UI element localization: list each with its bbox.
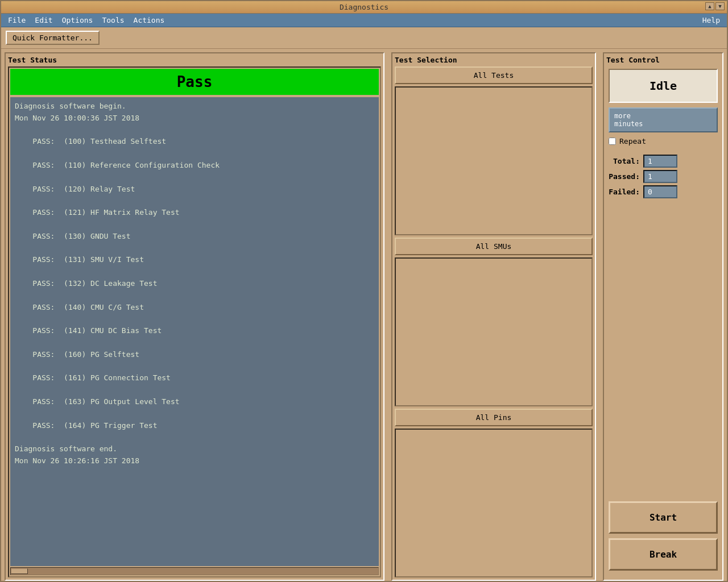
- menu-tools[interactable]: Tools: [97, 15, 129, 26]
- passed-row: Passed: 1: [609, 170, 718, 183]
- all-pins-button[interactable]: All Pins: [395, 409, 593, 426]
- menu-help[interactable]: Help: [698, 15, 725, 26]
- app-title: Diagnostics: [340, 3, 388, 11]
- test-selection-title: Test Selection: [395, 56, 593, 64]
- test-status-panel: Test Status Pass Diagnosis software begi…: [5, 52, 384, 581]
- menu-options[interactable]: Options: [57, 15, 98, 26]
- passed-value: 1: [643, 170, 677, 183]
- idle-status: Idle: [609, 69, 718, 103]
- passed-label: Passed:: [609, 172, 640, 181]
- log-area[interactable]: Diagnosis software begin. Mon Nov 26 10:…: [10, 97, 379, 566]
- pass-banner: Pass: [10, 69, 379, 95]
- scrollbar-thumb[interactable]: [11, 568, 28, 574]
- test-control-title: Test Control: [606, 56, 720, 64]
- test-status-inner: Pass Diagnosis software begin. Mon Nov 2…: [8, 66, 381, 577]
- total-row: Total: 1: [609, 155, 718, 168]
- repeat-checkbox[interactable]: [609, 138, 616, 145]
- menu-actions[interactable]: Actions: [129, 15, 169, 26]
- test-control-inner: Idle moreminutes Repeat Total: 1 Passed:…: [606, 66, 720, 577]
- break-button[interactable]: Break: [609, 538, 718, 571]
- test-selection-inner: All Tests All SMUs All Pins: [395, 66, 593, 577]
- maximize-button[interactable]: ▼: [715, 2, 725, 10]
- all-tests-list[interactable]: [395, 86, 593, 235]
- failed-value: 0: [643, 185, 677, 198]
- menu-file[interactable]: File: [3, 15, 30, 26]
- more-minutes-button[interactable]: moreminutes: [609, 107, 718, 132]
- total-label: Total:: [609, 157, 640, 165]
- title-bar: Diagnostics ▲ ▼: [1, 1, 727, 14]
- repeat-label: Repeat: [619, 137, 646, 146]
- start-button[interactable]: Start: [609, 501, 718, 534]
- repeat-row: Repeat: [609, 137, 718, 146]
- test-control-panel: Test Control Idle moreminutes Repeat Tot…: [603, 52, 723, 581]
- menu-bar: File Edit Options Tools Actions Help: [1, 14, 727, 27]
- all-tests-button[interactable]: All Tests: [395, 66, 593, 84]
- failed-label: Failed:: [609, 188, 640, 196]
- total-value: 1: [643, 155, 677, 168]
- test-status-title: Test Status: [8, 56, 381, 64]
- quick-formatter-button[interactable]: Quick Formatter...: [6, 31, 100, 45]
- minimize-button[interactable]: ▲: [705, 2, 714, 10]
- all-smus-button[interactable]: All SMUs: [395, 238, 593, 255]
- menu-edit[interactable]: Edit: [30, 15, 57, 26]
- all-pins-list[interactable]: [395, 429, 593, 577]
- failed-row: Failed: 0: [609, 185, 718, 198]
- toolbar: Quick Formatter...: [1, 27, 727, 49]
- all-smus-list[interactable]: [395, 257, 593, 406]
- horizontal-scrollbar[interactable]: [10, 567, 379, 575]
- more-minutes-label: moreminutes: [614, 112, 643, 128]
- main-layout: Test Status Pass Diagnosis software begi…: [1, 49, 727, 582]
- test-selection-panel: Test Selection All Tests All SMUs All Pi…: [391, 52, 596, 581]
